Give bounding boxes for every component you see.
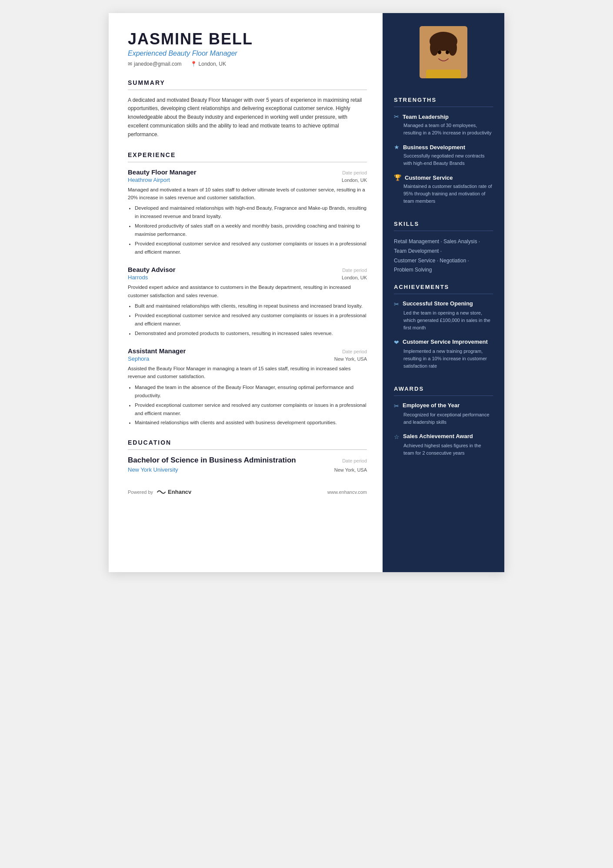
job-2-title: Beauty Advisor [128,266,175,273]
strength-3-name: Customer Service [405,174,453,181]
svg-point-4 [430,40,439,56]
strengths-divider [394,107,493,107]
strength-3-desc: Maintained a customer satisfaction rate … [394,183,493,205]
job-3-date: Date period [342,349,367,354]
right-column: STRENGTHS ✂ Team Leadership Managed a te… [383,13,504,572]
achievements-section: ACHIEVEMENTS ✂ Successful Store Opening … [383,284,504,377]
job-3-bullets: Managed the team in the absence of the B… [128,383,367,427]
awards-section: AWARDS ✂ Employee of the Year Recognized… [383,385,504,464]
strengths-label: STRENGTHS [394,97,493,103]
job-2: Beauty Advisor Date period Harrods Londo… [128,266,367,338]
job-1-company: Heathrow Airport [128,177,170,183]
strengths-section: STRENGTHS ✂ Team Leadership Managed a te… [383,97,504,212]
achievement-2-desc: Implemented a new training program, resu… [394,348,493,370]
powered-by-text: Powered by [128,489,153,495]
job-3-company: Sephora [128,355,149,362]
photo-svg [420,26,467,78]
education-section: EDUCATION Bachelor of Science in Busines… [128,439,367,473]
job-3-title: Assistant Manager [128,347,186,355]
job-1-sub: Heathrow Airport London, UK [128,177,367,183]
svg-rect-8 [426,70,461,78]
svg-point-5 [448,40,457,56]
achievements-label: ACHIEVEMENTS [394,284,493,290]
job-1-location: London, UK [342,178,367,183]
skills-line-1: Retail Management · Sales Analysis · [394,237,493,247]
job-2-bullet-3: Demonstrated and promoted products to cu… [135,329,367,338]
summary-text: A dedicated and motivated Beauty Floor M… [128,96,367,139]
job-3-bullet-1: Managed the team in the absence of the B… [135,383,367,400]
education-label: EDUCATION [128,439,367,446]
job-2-bullet-1: Built and maintained relationships with … [135,302,367,310]
award-2-desc: Achieved highest sales figures in the te… [394,442,493,457]
achievement-1-header: ✂ Successful Store Opening [394,300,493,308]
award-2-name: Sales Achievement Award [403,433,473,440]
job-3-sub: Sephora New York, USA [128,355,367,362]
strength-1-header: ✂ Team Leadership [394,113,493,121]
experience-label: EXPERIENCE [128,151,367,158]
header-contact: ✉ janedoe@gmail.com 📍 London, UK [128,61,367,67]
education-date: Date period [342,458,367,463]
strength-3-icon: 🏆 [394,174,401,181]
candidate-photo [420,26,467,78]
achievement-2-name: Customer Service Improvement [403,338,488,346]
photo-area [383,13,504,89]
strength-3-header: 🏆 Customer Service [394,174,493,181]
skills-section: SKILLS Retail Management · Sales Analysi… [383,221,504,275]
resume-footer: Powered by Enhancv www.enhancv.com [128,489,367,495]
job-2-company: Harrods [128,274,148,281]
job-3-desc: Assisted the Beauty Floor Manager in man… [128,365,367,381]
experience-divider [128,162,367,162]
strength-2-header: ★ Business Development [394,144,493,151]
svg-point-6 [438,50,441,54]
achievement-1-name: Successful Store Opening [403,300,473,308]
candidate-title: Experienced Beauty Floor Manager [128,50,367,57]
award-2-header: ☆ Sales Achievement Award [394,433,493,441]
awards-divider [394,395,493,396]
job-1-bullets: Developed and maintained relationships w… [128,204,367,256]
job-2-bullet-2: Provided exceptional customer service an… [135,312,367,328]
email-icon: ✉ [128,61,132,67]
achievement-1-icon: ✂ [394,301,399,308]
achievement-1: ✂ Successful Store Opening Led the team … [394,300,493,332]
job-2-bullets: Built and maintained relationships with … [128,302,367,338]
strength-2: ★ Business Development Successfully nego… [394,144,493,167]
achievement-2: ❤ Customer Service Improvement Implement… [394,338,493,370]
strength-1-desc: Managed a team of 30 employees, resultin… [394,122,493,137]
job-1-title: Beauty Floor Manager [128,168,197,176]
resume-wrapper: JASMINE BELL Experienced Beauty Floor Ma… [109,13,504,572]
job-3: Assistant Manager Date period Sephora Ne… [128,347,367,427]
job-3-bullet-2: Provided exceptional customer service an… [135,401,367,418]
achievement-2-icon: ❤ [394,339,399,346]
location-icon: 📍 [190,61,197,67]
footer-website: www.enhancv.com [327,489,367,495]
award-2: ☆ Sales Achievement Award Achieved highe… [394,433,493,457]
strength-1: ✂ Team Leadership Managed a team of 30 e… [394,113,493,137]
strength-2-name: Business Development [403,144,465,151]
job-2-date: Date period [342,268,367,273]
enhancv-logo: Enhancv [157,489,191,495]
skills-text: Retail Management · Sales Analysis · Tea… [394,237,493,275]
education-degree: Bachelor of Science in Business Administ… [128,456,296,465]
strength-1-icon: ✂ [394,113,399,121]
education-location: New York, USA [334,467,367,473]
strength-2-desc: Successfully negotiated new contracts wi… [394,152,493,167]
achievements-divider [394,294,493,294]
candidate-name: JASMINE BELL [128,30,367,48]
footer-left: Powered by Enhancv [128,489,191,495]
award-1-icon: ✂ [394,402,399,410]
skills-label: SKILLS [394,221,493,227]
award-1-header: ✂ Employee of the Year [394,402,493,410]
job-1-header: Beauty Floor Manager Date period [128,168,367,176]
job-3-bullet-3: Maintained relationships with clients an… [135,419,367,427]
skills-line-3: Customer Service · Negotiation · [394,256,493,266]
experience-section: EXPERIENCE Beauty Floor Manager Date per… [128,151,367,427]
job-2-header: Beauty Advisor Date period [128,266,367,273]
skills-line-4: Problem Solving [394,265,493,275]
award-2-icon: ☆ [394,433,400,441]
job-1-date: Date period [342,170,367,175]
award-1-name: Employee of the Year [403,402,460,409]
location-contact: 📍 London, UK [190,61,226,67]
job-3-location: New York, USA [334,356,367,362]
email-contact: ✉ janedoe@gmail.com [128,61,182,67]
summary-label: SUMMARY [128,79,367,86]
